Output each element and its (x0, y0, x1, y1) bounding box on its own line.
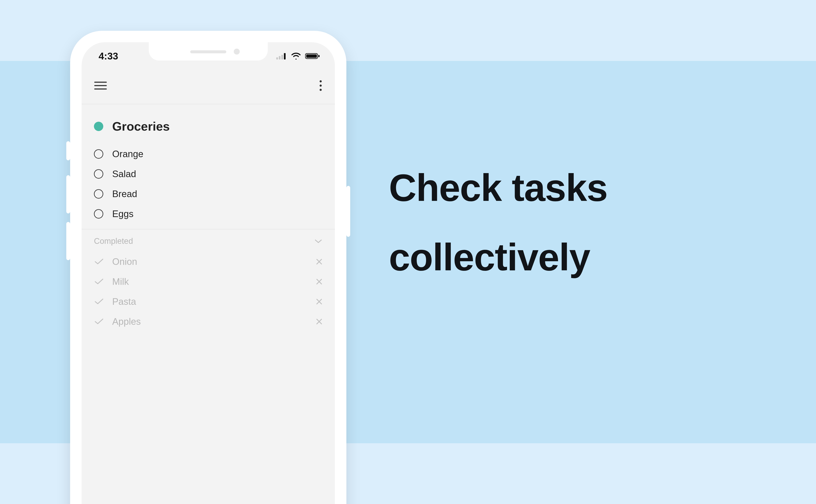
svg-point-11 (319, 85, 322, 87)
task-row[interactable]: Bread (94, 184, 322, 204)
chevron-down-icon (314, 239, 322, 244)
task-label: Salad (112, 169, 136, 179)
headline: Check tasks collectively (389, 166, 793, 279)
completed-label: Completed (94, 237, 133, 246)
task-checkbox[interactable] (94, 169, 103, 179)
svg-rect-6 (318, 55, 319, 57)
svg-point-12 (319, 89, 322, 91)
task-label: Eggs (112, 209, 133, 219)
completed-row[interactable]: Apples (94, 312, 322, 332)
app-bar (82, 70, 335, 104)
headline-line-2: collectively (389, 235, 793, 279)
task-checkbox[interactable] (94, 209, 103, 219)
phone-side-button (346, 186, 350, 237)
task-row[interactable]: Eggs (94, 204, 322, 224)
headline-line-1: Check tasks (389, 166, 793, 210)
completed-row[interactable]: Pasta (94, 292, 322, 312)
check-icon (94, 278, 104, 285)
delete-icon[interactable] (316, 318, 322, 325)
task-checkbox[interactable] (94, 189, 103, 199)
wifi-icon (291, 53, 301, 59)
hamburger-icon[interactable] (94, 81, 107, 90)
check-icon (94, 258, 104, 265)
status-bar: 4:33 (82, 42, 335, 70)
phone-side-button (66, 175, 70, 213)
completed-row[interactable]: Onion (94, 252, 322, 272)
svg-rect-5 (306, 54, 317, 58)
task-row[interactable]: Salad (94, 164, 322, 184)
check-icon (94, 298, 104, 305)
open-tasks: Orange Salad Bread Eggs (82, 144, 335, 224)
svg-rect-0 (276, 57, 278, 59)
completed-task-label: Milk (112, 276, 316, 287)
check-icon (94, 318, 104, 325)
list-header: Groceries (82, 104, 335, 144)
delete-icon[interactable] (316, 278, 322, 285)
svg-rect-1 (279, 56, 280, 59)
task-checkbox[interactable] (94, 149, 103, 159)
delete-icon[interactable] (316, 258, 322, 265)
list-title: Groceries (112, 119, 170, 133)
completed-row[interactable]: Milk (94, 272, 322, 292)
phone-side-button (66, 141, 70, 160)
status-time: 4:33 (99, 50, 118, 62)
kebab-icon[interactable] (319, 80, 322, 92)
completed-tasks: Onion Milk (82, 250, 335, 334)
list-color-dot (94, 122, 103, 131)
task-row[interactable]: Orange (94, 144, 322, 164)
completed-header[interactable]: Completed (82, 229, 335, 250)
svg-rect-2 (281, 55, 283, 59)
svg-point-10 (319, 80, 322, 82)
cellular-icon (276, 53, 287, 59)
task-label: Orange (112, 149, 143, 159)
task-label: Bread (112, 189, 137, 199)
phone-side-button (66, 222, 70, 260)
completed-task-label: Onion (112, 256, 316, 267)
svg-rect-3 (284, 53, 285, 59)
completed-task-label: Pasta (112, 296, 316, 307)
phone-screen: 4:33 (82, 42, 335, 504)
completed-task-label: Apples (112, 316, 316, 327)
battery-icon (305, 53, 320, 59)
delete-icon[interactable] (316, 298, 322, 305)
phone-frame: 4:33 (70, 31, 346, 504)
